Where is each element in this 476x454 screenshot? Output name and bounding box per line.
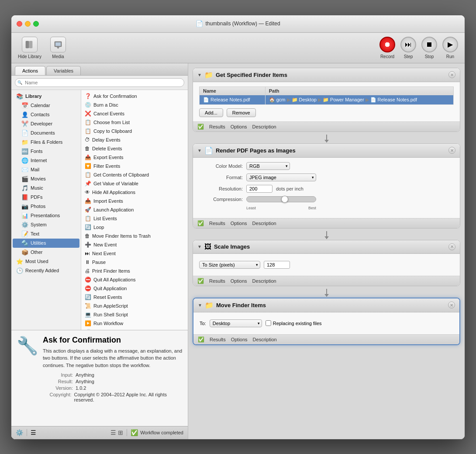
compression-slider-thumb[interactable] (281, 196, 288, 203)
action-cancel-events[interactable]: ❌ Cancel Events (81, 109, 188, 118)
sidebar-item-mail[interactable]: ✉️ Mail (13, 165, 79, 174)
action-delete-events[interactable]: 🗑 Delete Events (81, 144, 188, 153)
footer-tab-results-3[interactable]: Results (209, 278, 225, 284)
sidebar-item-internet[interactable]: 🌐 Internet (13, 156, 79, 165)
color-model-select[interactable]: RGB CMYK Grayscale (246, 162, 290, 170)
footer-tab-results[interactable]: Results (209, 124, 225, 129)
settings-gear-icon[interactable]: ⚙️ (16, 429, 23, 436)
sidebar-item-movies[interactable]: 🎬 Movies (13, 174, 79, 184)
footer-tab-results-2[interactable]: Results (209, 221, 225, 226)
layout-icon[interactable]: ☰ (31, 429, 36, 436)
svg-rect-0 (26, 41, 29, 48)
footer-tab-options-3[interactable]: Options (231, 278, 247, 284)
action-quit-all[interactable]: ⛔ Quit All Applications (81, 275, 188, 284)
sidebar-item-photos[interactable]: 📷 Photos (13, 202, 79, 211)
record-button[interactable]: ⏺ Record (379, 37, 395, 59)
step-button[interactable]: ⏭ Step (400, 37, 416, 59)
stop-button[interactable]: ⏹ Stop (421, 37, 437, 59)
remove-button[interactable]: Remove (227, 108, 256, 117)
sidebar-item-documents[interactable]: 📄 Documents (13, 128, 79, 138)
footer-tab-description-3[interactable]: Description (252, 278, 276, 284)
replace-label: Replacing existing files (273, 321, 322, 326)
sidebar-item-files-folders[interactable]: 📁 Files & Folders (13, 138, 79, 147)
action-quit-app[interactable]: ⛔ Quit Application (81, 284, 188, 293)
replace-checkbox[interactable] (266, 320, 271, 326)
action-import-events[interactable]: 📥 Import Events (81, 197, 188, 205)
sidebar-item-fonts[interactable]: 🔤 Fonts (13, 147, 79, 156)
sidebar-item-text[interactable]: 📝 Text (13, 229, 79, 239)
grid-view-button[interactable]: ⊞ (118, 429, 123, 436)
sidebar-item-most-used[interactable]: ⭐ Most Used (13, 257, 79, 266)
list-view-button[interactable]: ☰ (110, 429, 116, 436)
scale-value-input[interactable] (264, 261, 290, 269)
close-button[interactable] (17, 21, 22, 27)
action-filter-events[interactable]: 🔽 Filter Events (81, 162, 188, 170)
action-launch-app[interactable]: 🚀 Launch Application (81, 205, 188, 214)
sidebar-item-utilities[interactable]: 🔩 Utilities (13, 239, 79, 248)
action-copy-clipboard[interactable]: 📋 Copy to Clipboard (81, 127, 188, 135)
block-toggle-get-finder[interactable]: ▼ (197, 73, 202, 77)
block-close-get-finder[interactable]: ✕ (448, 71, 455, 78)
action-export-events[interactable]: 📤 Export Events (81, 153, 188, 162)
footer-tab-description-2[interactable]: Description (252, 221, 276, 226)
sidebar-item-library[interactable]: 📚 Library (13, 92, 79, 101)
table-row[interactable]: 📄 Release Notes.pdf 🏠 gcm ▶ 📁 Desktop (200, 95, 454, 104)
destination-select[interactable]: Desktop Documents Downloads (210, 319, 262, 327)
tab-actions[interactable]: Actions (15, 66, 45, 75)
footer-tab-options-4[interactable]: Options (231, 337, 248, 342)
action-run-applescript[interactable]: 📜 Run AppleScript (81, 302, 188, 310)
block-title-get-finder: Get Specified Finder Items (216, 72, 446, 78)
block-toggle-scale[interactable]: ▼ (197, 244, 202, 249)
maximize-button[interactable] (33, 21, 39, 27)
tab-variables[interactable]: Variables (46, 66, 81, 75)
action-ask-confirmation[interactable]: ❓ Ask for Confirmation (81, 92, 188, 101)
block-close-scale[interactable]: ✕ (448, 243, 455, 250)
footer-tab-description[interactable]: Description (252, 124, 276, 129)
sidebar-item-recently-added[interactable]: 🕒 Recently Added (13, 266, 79, 275)
action-get-clipboard[interactable]: 📋 Get Contents of Clipboard (81, 170, 188, 179)
action-loop[interactable]: 🔄 Loop (81, 223, 188, 232)
action-choose-list[interactable]: 📋 Choose from List (81, 118, 188, 127)
sidebar-item-system[interactable]: ⚙️ System (13, 220, 79, 229)
search-input[interactable] (15, 78, 184, 87)
footer-tab-description-4[interactable]: Description (253, 337, 277, 342)
sidebar-item-contacts[interactable]: 👤 Contacts (13, 110, 79, 119)
action-get-variable[interactable]: 📌 Get Value of Variable (81, 179, 188, 188)
sidebar-item-other[interactable]: 📦 Other (13, 248, 79, 257)
footer-tab-results-4[interactable]: Results (210, 337, 226, 342)
minimize-button[interactable] (25, 21, 31, 27)
action-new-event[interactable]: ➕ New Event (81, 240, 188, 249)
action-next-event[interactable]: ⏭ Next Event (81, 249, 188, 258)
action-run-workflow[interactable]: ▶️ Run Workflow (81, 319, 188, 328)
resolution-input[interactable] (246, 185, 272, 193)
media-label: Media (52, 54, 64, 59)
path-home: gcm (276, 97, 286, 102)
sidebar-item-music[interactable]: 🎵 Music (13, 184, 79, 193)
scale-method-select[interactable]: To Size (pixels) By Percentage (199, 261, 260, 269)
sidebar-item-calendar[interactable]: 📅 Calendar (13, 101, 79, 110)
format-select[interactable]: JPEG image PNG image TIFF image (246, 173, 316, 181)
block-close-move[interactable]: ✕ (448, 302, 455, 308)
action-delay-events[interactable]: ⏱ Delay Events (81, 135, 188, 144)
action-burn-disc[interactable]: 💿 Burn a Disc (81, 101, 188, 109)
block-toggle-render-pdf[interactable]: ▼ (197, 148, 202, 153)
footer-tab-options-2[interactable]: Options (231, 221, 247, 226)
action-reset-events[interactable]: 🔄 Reset Events (81, 293, 188, 302)
action-hide-apps[interactable]: 👁 Hide All Applications (81, 188, 188, 197)
sidebar-item-pdfs[interactable]: 📕 PDFs (13, 193, 79, 202)
action-run-shell[interactable]: 💻 Run Shell Script (81, 310, 188, 319)
action-pause[interactable]: ⏸ Pause (81, 258, 188, 267)
table-header-path: Path (265, 87, 453, 95)
hide-library-button[interactable]: Hide Library (18, 37, 41, 59)
add-button[interactable]: Add... (199, 108, 223, 117)
action-print-items[interactable]: 🖨 Print Finder Items (81, 267, 188, 275)
action-list-events[interactable]: 📋 List Events (81, 214, 188, 223)
action-move-trash[interactable]: 🗑 Move Finder Items to Trash (81, 232, 188, 240)
block-close-render-pdf[interactable]: ✕ (448, 147, 455, 154)
block-toggle-move[interactable]: ▼ (198, 303, 202, 308)
sidebar-item-developer[interactable]: ✂️ Developer (13, 119, 79, 128)
footer-tab-options[interactable]: Options (231, 124, 247, 129)
sidebar-item-presentations[interactable]: 📊 Presentations (13, 211, 79, 220)
media-button[interactable]: Media (50, 37, 66, 59)
run-button[interactable]: ▶ Run (442, 37, 458, 59)
